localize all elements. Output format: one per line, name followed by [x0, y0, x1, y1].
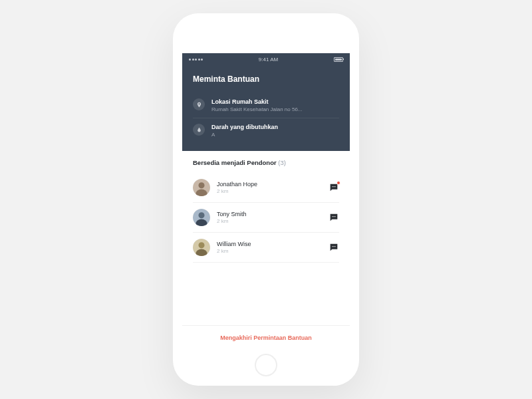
request-header: Meminta Bantuan Lokasi Rumah Sakit Rumah… [182, 65, 350, 151]
donor-distance: 2 km [217, 188, 322, 194]
location-value: Rumah Sakit Kesehatan Jalan no 56... [211, 106, 303, 112]
location-label: Lokasi Rumah Sakit [211, 98, 303, 105]
donor-distance: 2 km [217, 248, 322, 254]
donor-list-section: Bersedia menjadi Pendonor (3) Jonathan H… [182, 151, 350, 325]
battery-icon [334, 57, 343, 62]
donor-list-header: Bersedia menjadi Pendonor (3) [193, 159, 339, 166]
hospital-location-row[interactable]: Lokasi Rumah Sakit Rumah Sakit Kesehatan… [193, 93, 339, 118]
blood-drop-icon [193, 124, 205, 136]
page-title: Meminta Bantuan [193, 74, 339, 84]
blood-value: A [211, 132, 278, 138]
status-time: 9:41 AM [259, 57, 278, 63]
donor-name: William Wise [217, 241, 322, 247]
svg-point-15 [332, 246, 332, 247]
avatar [193, 209, 210, 226]
location-pin-icon [193, 98, 205, 110]
donor-info: Tony Smith 2 km [217, 211, 322, 224]
svg-point-7 [198, 212, 204, 218]
home-button[interactable] [255, 354, 277, 376]
blood-text: Darah yang dibutuhkan A [211, 124, 278, 138]
blood-label: Darah yang dibutuhkan [211, 124, 278, 130]
signal-icon [189, 59, 203, 61]
svg-point-13 [198, 242, 204, 248]
svg-point-9 [332, 216, 332, 217]
avatar [193, 179, 210, 196]
svg-point-4 [333, 186, 334, 187]
svg-point-16 [333, 246, 334, 247]
chat-button[interactable] [329, 242, 339, 253]
list-item[interactable]: Jonathan Hope 2 km [193, 173, 339, 203]
chat-button[interactable] [329, 212, 339, 223]
blood-type-row[interactable]: Darah yang dibutuhkan A [193, 118, 339, 143]
donor-name: Jonathan Hope [217, 181, 322, 188]
location-text: Lokasi Rumah Sakit Rumah Sakit Kesehatan… [211, 98, 303, 112]
footer: Mengakhiri Permintaan Bantuan [182, 325, 350, 349]
svg-point-11 [334, 216, 335, 217]
donor-list-title: Bersedia menjadi Pendonor [193, 159, 277, 166]
status-bar: 9:41 AM [182, 53, 350, 65]
donor-info: William Wise 2 km [217, 241, 322, 254]
list-item[interactable]: Tony Smith 2 km [193, 203, 339, 233]
svg-point-17 [334, 246, 335, 247]
donor-count: (3) [278, 159, 286, 166]
svg-point-5 [334, 186, 335, 187]
end-request-button[interactable]: Mengakhiri Permintaan Bantuan [220, 334, 312, 341]
svg-point-3 [332, 186, 332, 187]
unread-badge [336, 181, 340, 185]
chat-button[interactable] [329, 182, 339, 193]
donor-distance: 2 km [217, 218, 322, 224]
phone-frame: 9:41 AM Meminta Bantuan Lokasi Rumah Sak… [173, 13, 359, 386]
list-item[interactable]: William Wise 2 km [193, 233, 339, 263]
svg-point-1 [198, 182, 204, 188]
donor-name: Tony Smith [217, 211, 322, 217]
svg-point-10 [333, 216, 334, 217]
screen: 9:41 AM Meminta Bantuan Lokasi Rumah Sak… [182, 53, 350, 349]
avatar [193, 239, 210, 256]
donor-info: Jonathan Hope 2 km [217, 181, 322, 194]
